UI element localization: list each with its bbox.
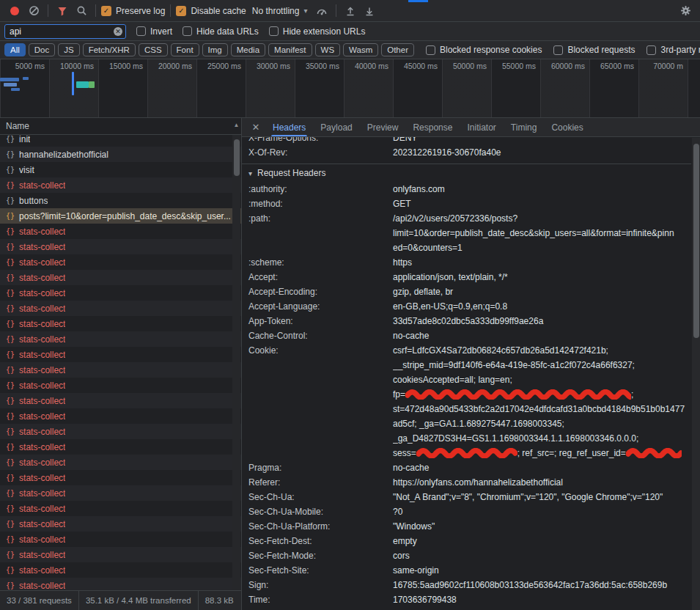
request-row-posts-limit-10-order-publish-date-desc-s[interactable]: {}posts?limit=10&order=publish_date_desc… [0,208,241,224]
request-row-stats-collect[interactable]: {}stats-collect [0,301,241,316]
request-row-stats-collect[interactable]: {}stats-collect [0,439,241,455]
headers-panel: X-Frame-Options:DENYX-Of-Rev:20231226191… [242,137,700,610]
tab-response[interactable]: Response [405,118,460,136]
request-row-stats-collect[interactable]: {}stats-collect [0,470,241,485]
request-row-stats-collect[interactable]: {}stats-collect [0,547,241,562]
request-row-stats-collect[interactable]: {}stats-collect [0,424,241,439]
request-headers-section[interactable]: ▾ Request Headers [242,163,691,182]
filter-input[interactable] [10,26,111,37]
type-filter-all[interactable]: All [4,43,26,56]
disclosure-triangle-icon: ▾ [248,169,252,177]
header-value: 202312261916-30670fa40e [393,145,691,160]
request-row-stats-collect[interactable]: {}stats-collect [0,224,241,239]
request-row-hannahelizabethofficial[interactable]: {}hannahelizabethofficial [0,147,241,162]
clear-icon [29,5,40,16]
timeline-tick-label: 50000 ms [442,59,491,70]
hide-extension-urls-checkbox[interactable]: Hide extension URLs [269,26,366,37]
clear-filter-icon[interactable]: ✕ [114,27,122,36]
request-name: stats-collect [19,411,65,422]
request-row-stats-collect[interactable]: {}stats-collect [0,408,241,424]
type-filter-ws[interactable]: WS [315,43,341,56]
clear-button[interactable] [25,3,43,19]
tab-cookies[interactable]: Cookies [544,118,590,136]
toolbar-divider [95,4,96,17]
tab-timing[interactable]: Timing [504,118,545,136]
filter-toggle-button[interactable] [54,3,71,19]
request-list-scrollbar[interactable]: ▲ [232,135,240,590]
request-row-stats-collect[interactable]: {}stats-collect [0,393,241,408]
request-row-stats-collect[interactable]: {}stats-collect [0,239,241,254]
request-row-stats-collect[interactable]: {}stats-collect [0,316,241,331]
header-row-accept: Accept:application/json, text/plain, */* [242,270,691,284]
request-row-stats-collect[interactable]: {}stats-collect [0,516,241,532]
request-row-stats-collect[interactable]: {}stats-collect [0,270,241,285]
timeline-tick-label: 5000 ms [0,59,49,70]
search-button[interactable] [73,3,90,19]
request-details-pane: ✕ HeadersPayloadPreviewResponseInitiator… [242,118,700,610]
request-row-stats-collect[interactable]: {}stats-collect [0,578,241,590]
network-conditions-button[interactable] [313,3,331,19]
type-filter-js[interactable]: JS [58,43,79,56]
disable-cache-checkbox[interactable]: ✓ Disable cache [176,6,246,16]
tab-payload[interactable]: Payload [313,118,359,136]
download-icon [364,6,375,16]
overview-timeline[interactable]: 5000 ms10000 ms15000 ms20000 ms25000 ms3… [0,59,700,118]
request-row-stats-collect[interactable]: {}stats-collect [0,285,241,301]
tab-headers[interactable]: Headers [265,118,313,136]
settings-button[interactable] [677,3,694,19]
request-row-stats-collect[interactable]: {}stats-collect [0,532,241,547]
scrollbar-thumb[interactable] [234,139,240,176]
import-har-button[interactable] [342,3,359,19]
close-details-button[interactable]: ✕ [248,122,264,133]
request-row-stats-collect[interactable]: {}stats-collect [0,501,241,516]
timeline-tick-label: 60000 ms [540,59,589,70]
request-row-stats-collect[interactable]: {}stats-collect [0,254,241,270]
header-name: Accept-Encoding: [248,284,393,299]
tab-initiator[interactable]: Initiator [460,118,503,136]
request-row-stats-collect[interactable]: {}stats-collect [0,362,241,378]
detail-scrollbar[interactable] [692,138,700,610]
type-filter-manifest[interactable]: Manifest [268,43,312,56]
waterfall-bar [23,77,29,80]
record-button[interactable] [6,3,23,19]
request-row-stats-collect[interactable]: {}stats-collect [0,347,241,362]
timeline-tick-label: 35000 ms [295,59,344,70]
header-name: Sec-Ch-Ua-Mobile: [248,504,393,519]
request-row-stats-collect[interactable]: {}stats-collect [0,378,241,393]
tab-preview[interactable]: Preview [360,118,406,136]
request-row-visit[interactable]: {}visit [0,162,241,177]
filter-checkbox-blocked-requests[interactable]: Blocked requests [553,45,635,55]
type-filter-media[interactable]: Media [231,43,265,56]
filter-checkbox-blocked-response-cookies[interactable]: Blocked response cookies [426,45,542,55]
invert-checkbox[interactable]: Invert [136,26,172,37]
timeline-tick-label: 55000 ms [491,59,540,70]
braces-icon: {} [6,289,15,297]
request-row-buttons[interactable]: {}buttons [0,193,241,208]
hide-data-urls-checkbox[interactable]: Hide data URLs [183,26,259,37]
scrollbar-thumb[interactable] [693,144,699,338]
type-filter-other[interactable]: Other [381,43,414,56]
request-row-stats-collect[interactable]: {}stats-collect [0,562,241,578]
request-row-stats-collect[interactable]: {}stats-collect [0,177,241,193]
header-row-authority: :authority:onlyfans.com [242,182,691,196]
type-filter-wasm[interactable]: Wasm [343,43,378,56]
type-filter-doc[interactable]: Doc [29,43,55,56]
type-filter-img[interactable]: Img [202,43,228,56]
type-filter-fetch-xhr[interactable]: Fetch/XHR [83,43,136,56]
header-name: App-Token: [248,314,393,328]
type-filter-css[interactable]: CSS [139,43,168,56]
braces-icon: {} [6,135,15,143]
header-row-referer: Referer:https://onlyfans.com/hannaheliza… [242,475,691,490]
export-har-button[interactable] [361,3,378,19]
name-column-header[interactable]: Name [0,118,241,135]
header-row-sign: Sign:16785:5aad9602cf110608b03133de56364… [242,578,691,592]
header-name: :authority: [248,182,393,196]
filter-checkbox-3rd-party-requests[interactable]: 3rd-party requests [646,45,700,55]
throttling-dropdown[interactable]: No throttling ▾ [248,4,312,18]
preserve-log-checkbox[interactable]: ✓ Preserve log [101,6,165,16]
request-row-stats-collect[interactable]: {}stats-collect [0,485,241,501]
request-row-stats-collect[interactable]: {}stats-collect [0,455,241,470]
type-filter-font[interactable]: Font [171,43,199,56]
request-row-stats-collect[interactable]: {}stats-collect [0,331,241,347]
request-row-init[interactable]: {}init [0,135,241,147]
